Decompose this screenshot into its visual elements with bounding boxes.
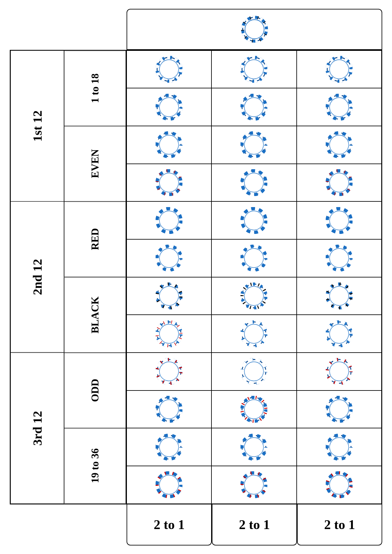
cell-12-1 [127, 466, 211, 504]
odd-cell: ODD [64, 353, 126, 428]
cell-10-3 [297, 390, 382, 428]
svg-point-118 [330, 362, 348, 381]
svg-point-127 [245, 400, 264, 419]
number-row-3 [127, 126, 382, 164]
cell-10-1 [127, 390, 211, 428]
svg-point-104 [330, 324, 348, 343]
main-grid: 1st 12 1 to 18 EVEN 2nd 12 [10, 50, 382, 504]
bottom-spacer [10, 504, 127, 545]
red-label: RED [89, 228, 101, 250]
third-12-cell: 3rd 12 [10, 353, 64, 504]
cell-12-3 [297, 466, 382, 504]
svg-point-64 [330, 211, 348, 230]
one-to-18-label: 1 to 18 [89, 73, 101, 103]
chip-zero [241, 16, 268, 43]
number-row-1 [127, 51, 382, 88]
bottom-row: 2 to 1 2 to 1 2 to 1 [10, 504, 382, 545]
odd-label: ODD [89, 379, 101, 402]
cell-1-1 [127, 51, 211, 88]
cell-1-3 [297, 51, 382, 88]
svg-point-56 [159, 211, 178, 230]
cell-11-2 [211, 428, 296, 466]
cell-12-2 [211, 466, 296, 504]
two-to-1-label-1: 2 to 1 [154, 517, 185, 532]
cell-3-1 [127, 126, 211, 164]
svg-point-144 [330, 438, 348, 456]
two-to-1-label-3: 2 to 1 [324, 517, 355, 532]
svg-point-80 [159, 286, 178, 305]
svg-point-26 [330, 98, 348, 116]
cell-2-3 [297, 88, 382, 126]
two-to-1-label-2: 2 to 1 [239, 517, 270, 532]
cell-7-3 [297, 277, 382, 315]
cell-5-2 [211, 201, 296, 239]
black-cell: BLACK [64, 277, 126, 353]
cell-9-1 [127, 353, 211, 390]
cell-4-3 [297, 164, 382, 202]
two-to-1-cell-2: 2 to 1 [212, 504, 297, 545]
second-12-cell: 2nd 12 [10, 201, 64, 353]
svg-point-6 [159, 60, 178, 79]
svg-point-148 [159, 475, 178, 494]
cell-7-2 [211, 277, 296, 315]
label-group-mid: 2nd 12 RED BLACK [10, 201, 126, 353]
svg-point-72 [245, 248, 264, 267]
zero-spacer [10, 9, 127, 50]
cell-7-1 [127, 277, 211, 315]
svg-point-1 [245, 20, 264, 39]
svg-point-10 [245, 60, 264, 79]
number-row-8 [127, 315, 382, 353]
cell-5-3 [297, 201, 382, 239]
svg-point-85 [245, 286, 264, 305]
svg-point-153 [245, 475, 264, 494]
cell-6-3 [297, 239, 382, 277]
svg-point-123 [159, 400, 178, 419]
number-row-11 [127, 428, 382, 466]
svg-point-109 [159, 362, 178, 381]
cell-1-2 [211, 51, 296, 88]
number-row-2 [127, 88, 382, 126]
even-label: EVEN [89, 149, 101, 178]
second-12-label: 2nd 12 [30, 259, 45, 295]
svg-point-14 [330, 60, 348, 79]
svg-point-30 [159, 135, 178, 154]
cell-4-1 [127, 164, 211, 202]
cell-4-2 [211, 164, 296, 202]
number-row-12 [127, 466, 382, 504]
number-row-5 [127, 201, 382, 239]
even-cell: EVEN [64, 126, 126, 201]
svg-point-114 [245, 362, 264, 381]
first-12-label: 1st 12 [30, 110, 45, 141]
svg-point-136 [159, 438, 178, 456]
nineteen-to-36-cell: 19 to 36 [64, 428, 126, 503]
svg-point-68 [159, 248, 178, 267]
svg-point-38 [330, 135, 348, 154]
table-wrapper: 1st 12 1 to 18 EVEN 2nd 12 [10, 9, 382, 545]
svg-point-42 [159, 173, 178, 192]
two-to-1-cell-3: 2 to 1 [297, 504, 382, 545]
cell-5-1 [127, 201, 211, 239]
left-labels: 1st 12 1 to 18 EVEN 2nd 12 [10, 50, 127, 504]
svg-point-47 [245, 173, 264, 192]
svg-point-76 [330, 248, 348, 267]
one-to-18-cell: 1 to 18 [64, 51, 126, 126]
cell-9-3 [297, 353, 382, 390]
svg-point-51 [330, 173, 348, 192]
svg-point-60 [245, 211, 264, 230]
nineteen-to-36-label: 19 to 36 [89, 449, 101, 483]
cell-2-2 [211, 88, 296, 126]
red-cell: RED [64, 201, 126, 277]
number-row-9 [127, 353, 382, 390]
roulette-layout: 1st 12 1 to 18 EVEN 2nd 12 [0, 0, 392, 554]
first-12-cell: 1st 12 [10, 51, 64, 202]
cell-8-3 [297, 315, 382, 353]
cell-3-2 [211, 126, 296, 164]
svg-point-22 [245, 98, 264, 116]
third-12-label: 3rd 12 [30, 411, 45, 445]
two-to-1-cell-1: 2 to 1 [127, 504, 212, 545]
svg-point-95 [159, 324, 178, 343]
cell-10-2 [211, 390, 296, 428]
svg-point-18 [159, 98, 178, 116]
number-row-10 [127, 390, 382, 428]
zero-cell [127, 9, 382, 50]
